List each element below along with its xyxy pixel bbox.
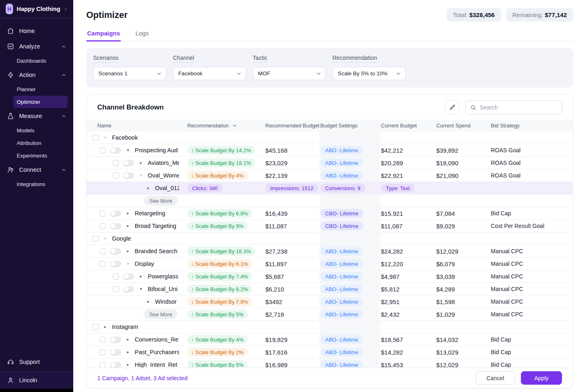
expand-arrow-icon[interactable]: ▸ [126,337,130,342]
money-value: $3,039 [436,273,455,280]
row-checkbox[interactable] [113,286,119,292]
expand-arrow-icon[interactable]: ▸ [139,274,143,278]
sidebar-item-analyze[interactable]: Analyze [0,39,73,54]
chevron-down-icon [236,71,242,77]
sidebar-item-optimizer[interactable]: Optimizer [13,96,68,108]
row-checkbox[interactable] [92,324,98,330]
row-checkbox[interactable] [100,147,106,153]
ad-row: ▸Windsor↓ Scale Budget By 7.8%$3492ABO- … [87,296,573,308]
row-toggle[interactable] [110,261,121,267]
row-toggle[interactable] [123,274,134,280]
row-name: Google [112,235,131,242]
row-checkbox[interactable] [113,160,119,166]
recommendation-pill: ↓ Scale Budget By 7.8% [187,297,252,306]
scenarios-select[interactable]: Scenarios 1 [93,67,166,80]
expand-arrow-icon[interactable]: ▾ [126,262,130,266]
expand-arrow-icon[interactable]: ▸ [126,363,130,367]
row-checkbox[interactable] [100,261,106,267]
sidebar-item-user[interactable]: Lincoln [0,372,73,389]
expand-arrow-icon[interactable]: ▸ [103,325,107,329]
row-checkbox[interactable] [100,223,106,229]
group-row: ▾Facebook [87,131,573,144]
sidebar-item-connect[interactable]: Connect [0,162,73,177]
expand-arrow-icon[interactable]: ▸ [126,350,130,354]
row-toggle[interactable] [110,349,121,355]
row-checkbox[interactable] [92,135,98,141]
row-toggle[interactable] [110,362,121,368]
see-more-button[interactable]: See More [144,309,177,319]
sidebar-item-label: Connect [19,166,41,173]
app-root: H Happy Clothing HomeAnalyzeDashboardsAc… [0,0,586,392]
expand-arrow-icon[interactable]: ▾ [139,287,143,291]
sidebar-item-planner[interactable]: Planner [13,83,68,95]
group-row: ▸Instagram [87,321,573,333]
see-more-button[interactable]: See More [144,196,177,206]
sidebar-item-home[interactable]: Home [0,23,73,39]
apply-button[interactable]: Apply [521,371,562,385]
expand-arrow-icon[interactable]: ▸ [126,249,130,253]
tactic-select[interactable]: MOF [253,67,326,80]
recommendation-select[interactable]: Scale By 5% to 10% [332,67,406,80]
sidebar-item-models[interactable]: Models [13,124,68,136]
search-input[interactable] [480,104,557,111]
edit-button[interactable] [445,100,459,114]
row-toggle[interactable] [123,160,134,166]
expand-arrow-icon[interactable]: ▾ [103,237,107,241]
sidebar-item-action[interactable]: Action [0,67,73,83]
expand-arrow-icon[interactable]: ▸ [146,186,151,190]
row-checkbox[interactable] [100,349,106,355]
recommendation-pill: ↑ Scale Budget By 6.8% [187,209,252,218]
sidebar-item-support[interactable]: Support [0,353,73,371]
expand-arrow-icon[interactable]: ▸ [126,211,130,215]
sidebar-item-label: Analyze [19,43,40,50]
row-toggle[interactable] [110,223,121,229]
row-name: Past_Purchasers [135,349,179,355]
row-toggle[interactable] [110,210,121,217]
brand-logo: H [6,4,13,14]
row-name: Instagram [112,324,138,330]
row-checkbox[interactable] [100,337,106,343]
row-toggle[interactable] [110,147,121,153]
group-row: ▾Google [87,232,573,245]
cancel-button[interactable]: Cancel [475,371,515,385]
row-checkbox[interactable] [100,362,106,368]
tab-logs[interactable]: Logs [135,30,150,41]
budget-setting-badge: ABO- Lifetime [320,272,363,281]
row-checkbox[interactable] [92,236,98,242]
channel-select[interactable]: Facebook [173,67,246,80]
column-header-recommendation[interactable]: Recommendation [186,123,265,129]
row-checkbox[interactable] [113,173,119,179]
money-value: $16,989 [265,361,287,368]
money-value: $14,032 [436,336,458,343]
row-checkbox[interactable] [100,210,106,217]
expand-arrow-icon[interactable]: ▾ [126,148,130,152]
expand-arrow-icon[interactable]: ▾ [103,136,107,140]
row-toggle[interactable] [123,286,134,292]
row-name: Facebook [112,134,138,141]
chevron-up-icon [61,44,66,49]
row-checkbox[interactable] [113,274,119,280]
sidebar-item-measure[interactable]: Measure [0,108,73,124]
column-header-recommended-budget: Recommended Budget [265,123,319,129]
expand-arrow-icon[interactable]: ▸ [139,161,143,165]
row-toggle[interactable] [110,248,121,254]
tab-bar: CampaignsLogs [86,30,573,42]
row-toggle[interactable] [110,337,121,343]
sidebar-item-attribution[interactable]: Attribution [13,137,68,149]
expand-arrow-icon[interactable]: ▸ [146,300,151,304]
campaign-row: ▸Conversions_Re↑ Scale Budget By 4%$19,8… [87,333,573,346]
expand-arrow-icon[interactable]: ▸ [126,224,130,228]
filter-scenarios: ScenariosScenarios 1 [93,54,166,80]
workspace-switcher[interactable]: H Happy Clothing [0,0,73,18]
bid-strategy: Bid Cap [491,210,511,217]
sidebar-item-experiments[interactable]: Experiments [13,149,68,162]
pencil-icon [449,104,456,111]
tab-campaigns[interactable]: Campaigns [86,30,121,41]
row-checkbox[interactable] [100,248,106,254]
expand-arrow-icon[interactable]: ▾ [139,173,143,177]
see-more-row: See More [87,195,573,207]
row-toggle[interactable] [123,173,134,179]
row-name: High_Intent_Ret [135,361,177,368]
sidebar-item-dashboards[interactable]: Dashboards [13,55,68,67]
sidebar-item-integrations[interactable]: Integrations [13,178,68,190]
